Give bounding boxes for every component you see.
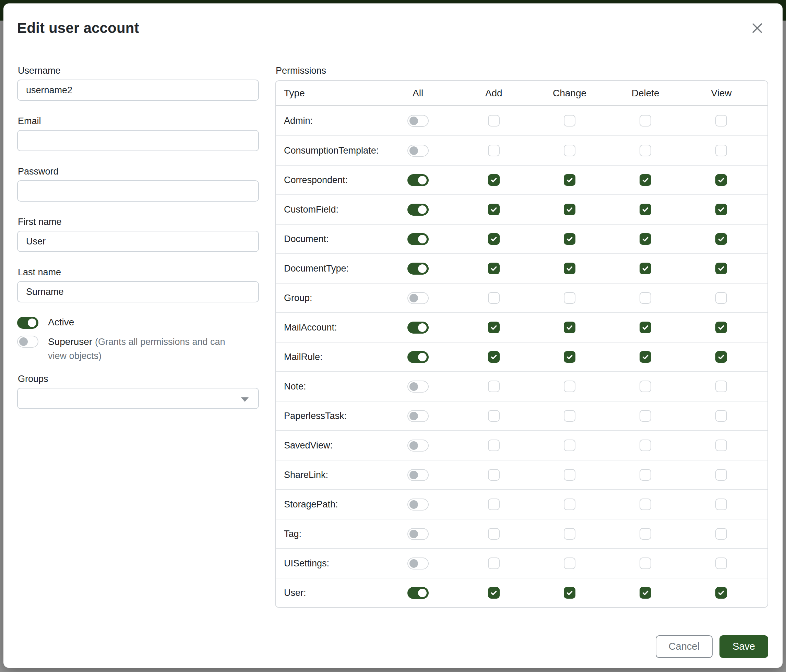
mailrule-view-checkbox[interactable]: [715, 351, 727, 363]
uisettings-view-checkbox[interactable]: [715, 557, 727, 569]
close-icon[interactable]: [747, 18, 767, 38]
mailrule-add-checkbox[interactable]: [488, 351, 500, 363]
customfield-view-checkbox[interactable]: [715, 204, 727, 215]
last-name-field[interactable]: [17, 281, 259, 302]
user-all-toggle[interactable]: [407, 587, 429, 599]
first-name-field[interactable]: [17, 231, 259, 252]
tag-add-checkbox[interactable]: [488, 528, 500, 540]
mailaccount-delete-checkbox[interactable]: [640, 322, 651, 333]
savedview-change-checkbox[interactable]: [564, 440, 575, 451]
storagepath-add-checkbox[interactable]: [488, 499, 500, 510]
customfield-add-checkbox[interactable]: [488, 204, 500, 215]
uisettings-change-checkbox[interactable]: [564, 557, 575, 569]
tag-delete-checkbox[interactable]: [640, 528, 651, 540]
document-delete-checkbox[interactable]: [640, 233, 651, 245]
sharelink-view-checkbox[interactable]: [715, 469, 727, 481]
storagepath-view-checkbox[interactable]: [715, 499, 727, 510]
tag-all-toggle[interactable]: [407, 528, 429, 540]
documenttype-all-toggle[interactable]: [407, 263, 429, 275]
groups-select[interactable]: [17, 388, 259, 409]
correspondent-view-checkbox[interactable]: [715, 174, 727, 186]
user-change-checkbox[interactable]: [564, 587, 575, 599]
correspondent-delete-checkbox[interactable]: [640, 174, 651, 186]
uisettings-add-checkbox[interactable]: [488, 557, 500, 569]
user-view-checkbox[interactable]: [715, 587, 727, 599]
note-delete-checkbox[interactable]: [640, 381, 651, 392]
consumptiontemplate-delete-checkbox[interactable]: [640, 145, 651, 156]
note-change-checkbox[interactable]: [564, 381, 575, 392]
savedview-all-toggle[interactable]: [407, 440, 429, 452]
password-field[interactable]: [17, 181, 259, 202]
uisettings-all-toggle[interactable]: [407, 557, 429, 570]
sharelink-all-toggle[interactable]: [407, 469, 429, 481]
paperlesstask-all-toggle[interactable]: [407, 410, 429, 422]
customfield-delete-checkbox[interactable]: [640, 204, 651, 215]
document-add-checkbox[interactable]: [488, 233, 500, 245]
consumptiontemplate-add-checkbox[interactable]: [488, 145, 500, 156]
toggle-knob: [409, 559, 418, 568]
group-delete-checkbox[interactable]: [640, 292, 651, 304]
admin-change-checkbox[interactable]: [564, 115, 575, 127]
sharelink-add-checkbox[interactable]: [488, 469, 500, 481]
email-field[interactable]: [17, 130, 259, 151]
savedview-delete-checkbox[interactable]: [640, 440, 651, 451]
correspondent-add-checkbox[interactable]: [488, 174, 500, 186]
documenttype-view-checkbox[interactable]: [715, 263, 727, 274]
note-all-toggle[interactable]: [407, 381, 429, 393]
active-toggle[interactable]: [17, 317, 38, 329]
correspondent-change-checkbox[interactable]: [564, 174, 575, 186]
user-add-checkbox[interactable]: [488, 587, 500, 599]
group-view-checkbox[interactable]: [715, 292, 727, 304]
consumptiontemplate-all-toggle[interactable]: [407, 145, 429, 157]
storagepath-delete-checkbox[interactable]: [640, 499, 651, 510]
tag-view-checkbox[interactable]: [715, 528, 727, 540]
mailaccount-all-toggle[interactable]: [407, 322, 429, 334]
admin-all-toggle[interactable]: [407, 115, 429, 127]
correspondent-all-toggle[interactable]: [407, 174, 429, 186]
documenttype-change-checkbox[interactable]: [564, 263, 575, 274]
mailrule-delete-checkbox[interactable]: [640, 351, 651, 363]
note-add-checkbox[interactable]: [488, 381, 500, 392]
uisettings-delete-checkbox[interactable]: [640, 557, 651, 569]
mailaccount-add-checkbox[interactable]: [488, 322, 500, 333]
mailaccount-change-checkbox[interactable]: [564, 322, 575, 333]
mailrule-change-checkbox[interactable]: [564, 351, 575, 363]
customfield-all-toggle[interactable]: [407, 204, 429, 216]
username-field[interactable]: [17, 80, 259, 101]
cancel-button[interactable]: Cancel: [656, 635, 713, 658]
save-button[interactable]: Save: [720, 635, 768, 658]
mailrule-all-toggle[interactable]: [407, 351, 429, 363]
documenttype-delete-checkbox[interactable]: [640, 263, 651, 274]
permission-row-tag: Tag:: [276, 519, 767, 548]
document-all-toggle[interactable]: [407, 233, 429, 245]
storagepath-all-toggle[interactable]: [407, 499, 429, 510]
admin-add-checkbox[interactable]: [488, 115, 500, 127]
documenttype-add-checkbox[interactable]: [488, 263, 500, 274]
permission-type-label: MailRule:: [284, 352, 380, 363]
note-view-checkbox[interactable]: [715, 381, 727, 392]
sharelink-delete-checkbox[interactable]: [640, 469, 651, 481]
consumptiontemplate-change-checkbox[interactable]: [564, 145, 575, 156]
group-add-checkbox[interactable]: [488, 292, 500, 304]
paperlesstask-delete-checkbox[interactable]: [640, 410, 651, 422]
paperlesstask-view-checkbox[interactable]: [715, 410, 727, 422]
admin-delete-checkbox[interactable]: [640, 115, 651, 127]
mailaccount-view-checkbox[interactable]: [715, 322, 727, 333]
tag-change-checkbox[interactable]: [564, 528, 575, 540]
superuser-label-block: Superuser (Grants all permissions and ca…: [48, 335, 240, 363]
paperlesstask-add-checkbox[interactable]: [488, 410, 500, 422]
customfield-change-checkbox[interactable]: [564, 204, 575, 215]
group-change-checkbox[interactable]: [564, 292, 575, 304]
storagepath-change-checkbox[interactable]: [564, 499, 575, 510]
document-change-checkbox[interactable]: [564, 233, 575, 245]
document-view-checkbox[interactable]: [715, 233, 727, 245]
admin-view-checkbox[interactable]: [715, 115, 727, 127]
group-all-toggle[interactable]: [407, 292, 429, 304]
sharelink-change-checkbox[interactable]: [564, 469, 575, 481]
savedview-view-checkbox[interactable]: [715, 440, 727, 451]
superuser-toggle[interactable]: [17, 336, 38, 348]
savedview-add-checkbox[interactable]: [488, 440, 500, 451]
paperlesstask-change-checkbox[interactable]: [564, 410, 575, 422]
consumptiontemplate-view-checkbox[interactable]: [715, 145, 727, 156]
user-delete-checkbox[interactable]: [640, 587, 651, 599]
